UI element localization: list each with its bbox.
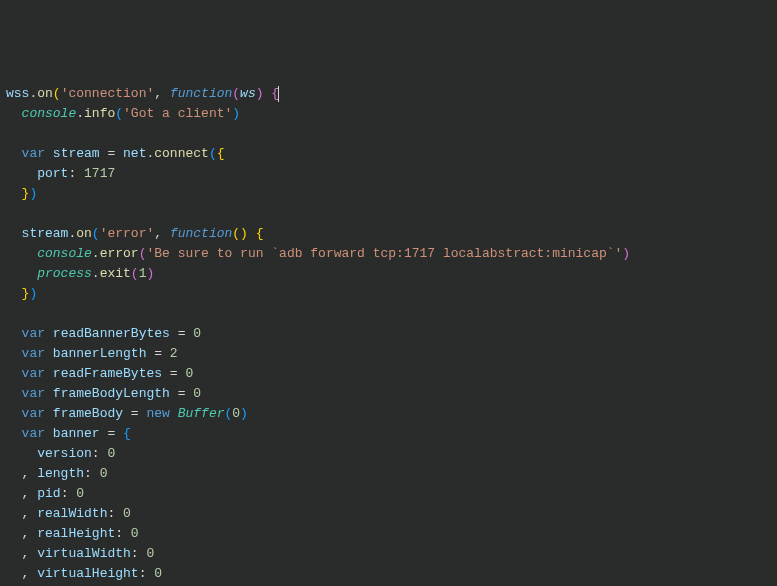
token-method: info bbox=[84, 106, 115, 121]
code-line: , pid: 0 bbox=[6, 486, 84, 501]
token-indent: , bbox=[6, 566, 37, 581]
token-space bbox=[45, 146, 53, 161]
token-paren: ( bbox=[53, 86, 61, 101]
token-indent: , bbox=[6, 526, 37, 541]
token-eq: = bbox=[123, 406, 146, 421]
token-indent bbox=[6, 266, 37, 281]
token-indent bbox=[6, 366, 22, 381]
token-paren: ( bbox=[209, 146, 217, 161]
token-paren: ) bbox=[256, 86, 272, 101]
token-dot: . bbox=[92, 266, 100, 281]
token-keyword: var bbox=[22, 366, 45, 381]
code-line: }) bbox=[6, 186, 37, 201]
token-keyword: var bbox=[22, 346, 45, 361]
token-number: 1717 bbox=[84, 166, 115, 181]
token-eq: = bbox=[100, 146, 123, 161]
token-var: frameBodyLength bbox=[53, 386, 170, 401]
token-paren: ) bbox=[146, 266, 154, 281]
code-line: var frameBody = new Buffer(0) bbox=[6, 406, 248, 421]
token-prop: virtualHeight bbox=[37, 566, 138, 581]
token-obj: stream bbox=[22, 226, 69, 241]
token-method: on bbox=[76, 226, 92, 241]
token-dot: . bbox=[76, 106, 84, 121]
token-paren: ) bbox=[622, 246, 630, 261]
token-space bbox=[45, 346, 53, 361]
code-line: }) bbox=[6, 286, 37, 301]
token-paren: ( bbox=[232, 86, 240, 101]
token-eq: = bbox=[162, 366, 185, 381]
token-number: 0 bbox=[232, 406, 240, 421]
code-line: version: 0 bbox=[6, 446, 115, 461]
token-colon: : bbox=[61, 486, 77, 501]
token-space bbox=[45, 386, 53, 401]
token-eq: = bbox=[100, 426, 123, 441]
token-prop: virtualWidth bbox=[37, 546, 131, 561]
token-brace: { bbox=[256, 226, 264, 241]
token-colon: : bbox=[131, 546, 147, 561]
token-param: ws bbox=[240, 86, 256, 101]
token-paren: ( bbox=[115, 106, 123, 121]
token-var: bannerLength bbox=[53, 346, 147, 361]
code-line: var banner = { bbox=[6, 426, 131, 441]
token-indent bbox=[6, 246, 37, 261]
token-indent bbox=[6, 166, 37, 181]
token-paren: ( bbox=[131, 266, 139, 281]
token-method: error bbox=[100, 246, 139, 261]
token-method: exit bbox=[100, 266, 131, 281]
code-line: var bannerLength = 2 bbox=[6, 346, 178, 361]
token-var: stream bbox=[53, 146, 100, 161]
token-indent bbox=[6, 226, 22, 241]
token-eq: = bbox=[146, 346, 169, 361]
token-string: 'error' bbox=[100, 226, 155, 241]
code-line: port: 1717 bbox=[6, 166, 115, 181]
code-line: var frameBodyLength = 0 bbox=[6, 386, 201, 401]
code-line: , virtualWidth: 0 bbox=[6, 546, 154, 561]
token-colon: : bbox=[68, 166, 84, 181]
token-space bbox=[45, 426, 53, 441]
token-keyword: function bbox=[170, 86, 232, 101]
token-indent bbox=[6, 386, 22, 401]
token-indent bbox=[6, 186, 22, 201]
token-keyword: var bbox=[22, 326, 45, 341]
token-number: 0 bbox=[154, 566, 162, 581]
token-prop: realHeight bbox=[37, 526, 115, 541]
token-keyword: function bbox=[170, 226, 232, 241]
token-keyword: new bbox=[146, 406, 169, 421]
token-indent bbox=[6, 106, 22, 121]
code-line: process.exit(1) bbox=[6, 266, 154, 281]
token-number: 0 bbox=[193, 326, 201, 341]
token-dot: . bbox=[92, 246, 100, 261]
token-number: 2 bbox=[170, 346, 178, 361]
token-comma: , bbox=[154, 226, 170, 241]
token-space bbox=[45, 326, 53, 341]
token-obj: console bbox=[37, 246, 92, 261]
token-var: banner bbox=[53, 426, 100, 441]
token-colon: : bbox=[107, 506, 123, 521]
token-method: on bbox=[37, 86, 53, 101]
token-keyword: var bbox=[22, 386, 45, 401]
token-colon: : bbox=[115, 526, 131, 541]
code-line: var readFrameBytes = 0 bbox=[6, 366, 193, 381]
token-paren: ) bbox=[29, 286, 37, 301]
token-type: Buffer bbox=[178, 406, 225, 421]
token-brace: { bbox=[123, 426, 131, 441]
token-indent bbox=[6, 286, 22, 301]
token-number: 0 bbox=[123, 506, 131, 521]
token-number: 0 bbox=[107, 446, 115, 461]
code-line: , realWidth: 0 bbox=[6, 506, 131, 521]
token-indent: , bbox=[6, 486, 37, 501]
token-string: 'connection' bbox=[61, 86, 155, 101]
token-paren: () bbox=[232, 226, 255, 241]
token-obj: net bbox=[123, 146, 146, 161]
token-space bbox=[45, 366, 53, 381]
token-space bbox=[170, 406, 178, 421]
token-prop: realWidth bbox=[37, 506, 107, 521]
token-prop: port bbox=[37, 166, 68, 181]
token-colon: : bbox=[84, 466, 100, 481]
token-paren: ( bbox=[92, 226, 100, 241]
token-keyword: var bbox=[22, 146, 45, 161]
code-editor[interactable]: wss.on('connection', function(ws) { cons… bbox=[6, 84, 771, 586]
code-line: stream.on('error', function() { bbox=[6, 226, 264, 241]
token-string: 'Be sure to run `adb forward tcp:1717 lo… bbox=[146, 246, 622, 261]
token-prop: version bbox=[37, 446, 92, 461]
